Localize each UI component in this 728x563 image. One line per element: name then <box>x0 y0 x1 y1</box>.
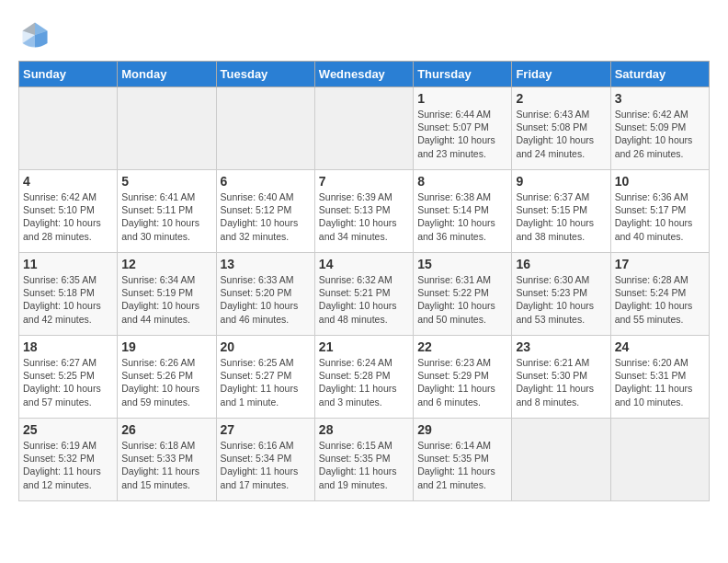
calendar-cell <box>19 87 118 170</box>
calendar-week-row: 25Sunrise: 6:19 AM Sunset: 5:32 PM Dayli… <box>19 419 710 501</box>
page-header <box>18 18 710 52</box>
calendar-day-header: Sunday <box>19 62 118 87</box>
day-number: 10 <box>615 174 705 189</box>
calendar-cell: 10Sunrise: 6:36 AM Sunset: 5:17 PM Dayli… <box>610 170 709 253</box>
logo <box>18 18 55 52</box>
day-info: Sunrise: 6:37 AM Sunset: 5:15 PM Dayligh… <box>516 190 606 243</box>
day-number: 28 <box>319 422 409 437</box>
day-number: 27 <box>221 422 311 437</box>
calendar-cell: 28Sunrise: 6:15 AM Sunset: 5:35 PM Dayli… <box>314 419 413 501</box>
calendar-cell: 11Sunrise: 6:35 AM Sunset: 5:18 PM Dayli… <box>19 253 118 336</box>
day-info: Sunrise: 6:30 AM Sunset: 5:23 PM Dayligh… <box>516 273 606 326</box>
day-info: Sunrise: 6:31 AM Sunset: 5:22 PM Dayligh… <box>417 273 507 326</box>
calendar-cell: 23Sunrise: 6:21 AM Sunset: 5:30 PM Dayli… <box>512 336 610 419</box>
calendar-cell <box>216 87 314 170</box>
day-info: Sunrise: 6:28 AM Sunset: 5:24 PM Dayligh… <box>615 273 705 326</box>
day-info: Sunrise: 6:27 AM Sunset: 5:25 PM Dayligh… <box>23 356 113 408</box>
day-number: 26 <box>121 422 211 437</box>
day-number: 25 <box>23 422 113 437</box>
day-info: Sunrise: 6:40 AM Sunset: 5:12 PM Dayligh… <box>221 190 311 243</box>
calendar-day-header: Wednesday <box>314 62 413 87</box>
day-number: 7 <box>319 174 409 189</box>
day-number: 12 <box>121 257 211 271</box>
day-number: 18 <box>23 339 113 354</box>
day-info: Sunrise: 6:20 AM Sunset: 5:31 PM Dayligh… <box>615 356 705 408</box>
day-info: Sunrise: 6:21 AM Sunset: 5:30 PM Dayligh… <box>516 356 606 408</box>
calendar-week-row: 4Sunrise: 6:42 AM Sunset: 5:10 PM Daylig… <box>19 170 710 253</box>
calendar-cell: 7Sunrise: 6:39 AM Sunset: 5:13 PM Daylig… <box>314 170 413 253</box>
day-number: 1 <box>417 91 507 106</box>
day-number: 3 <box>615 91 705 106</box>
calendar-cell: 17Sunrise: 6:28 AM Sunset: 5:24 PM Dayli… <box>610 253 709 336</box>
calendar-cell: 9Sunrise: 6:37 AM Sunset: 5:15 PM Daylig… <box>512 170 610 253</box>
calendar-day-header: Tuesday <box>216 62 314 87</box>
day-info: Sunrise: 6:34 AM Sunset: 5:19 PM Dayligh… <box>121 273 211 326</box>
calendar-day-header: Saturday <box>610 62 709 87</box>
calendar-cell: 20Sunrise: 6:25 AM Sunset: 5:27 PM Dayli… <box>216 336 314 419</box>
calendar-table: SundayMondayTuesdayWednesdayThursdayFrid… <box>18 61 710 501</box>
day-info: Sunrise: 6:43 AM Sunset: 5:08 PM Dayligh… <box>516 108 606 160</box>
calendar-cell: 19Sunrise: 6:26 AM Sunset: 5:26 PM Dayli… <box>118 336 216 419</box>
calendar-cell: 25Sunrise: 6:19 AM Sunset: 5:32 PM Dayli… <box>19 419 118 501</box>
day-info: Sunrise: 6:44 AM Sunset: 5:07 PM Dayligh… <box>417 108 507 160</box>
day-info: Sunrise: 6:14 AM Sunset: 5:35 PM Dayligh… <box>417 439 507 491</box>
day-info: Sunrise: 6:26 AM Sunset: 5:26 PM Dayligh… <box>121 356 211 408</box>
calendar-week-row: 1Sunrise: 6:44 AM Sunset: 5:07 PM Daylig… <box>19 87 710 170</box>
day-number: 29 <box>417 422 507 437</box>
day-number: 22 <box>417 339 507 354</box>
day-number: 20 <box>221 339 311 354</box>
calendar-cell: 13Sunrise: 6:33 AM Sunset: 5:20 PM Dayli… <box>216 253 314 336</box>
calendar-week-row: 11Sunrise: 6:35 AM Sunset: 5:18 PM Dayli… <box>19 253 710 336</box>
day-info: Sunrise: 6:24 AM Sunset: 5:28 PM Dayligh… <box>319 356 409 408</box>
calendar-cell: 16Sunrise: 6:30 AM Sunset: 5:23 PM Dayli… <box>512 253 610 336</box>
calendar-day-header: Friday <box>512 62 610 87</box>
day-info: Sunrise: 6:16 AM Sunset: 5:34 PM Dayligh… <box>221 439 311 491</box>
calendar-cell: 27Sunrise: 6:16 AM Sunset: 5:34 PM Dayli… <box>216 419 314 501</box>
calendar-cell: 2Sunrise: 6:43 AM Sunset: 5:08 PM Daylig… <box>512 87 610 170</box>
day-number: 9 <box>516 174 606 189</box>
calendar-header-row: SundayMondayTuesdayWednesdayThursdayFrid… <box>19 62 710 87</box>
calendar-cell: 5Sunrise: 6:41 AM Sunset: 5:11 PM Daylig… <box>118 170 216 253</box>
day-info: Sunrise: 6:38 AM Sunset: 5:14 PM Dayligh… <box>417 190 507 243</box>
day-number: 24 <box>615 339 705 354</box>
day-number: 4 <box>23 174 113 189</box>
day-info: Sunrise: 6:42 AM Sunset: 5:10 PM Dayligh… <box>23 190 113 243</box>
calendar-cell: 18Sunrise: 6:27 AM Sunset: 5:25 PM Dayli… <box>19 336 118 419</box>
day-number: 14 <box>319 257 409 271</box>
day-info: Sunrise: 6:36 AM Sunset: 5:17 PM Dayligh… <box>615 190 705 243</box>
day-number: 19 <box>121 339 211 354</box>
calendar-cell: 14Sunrise: 6:32 AM Sunset: 5:21 PM Dayli… <box>314 253 413 336</box>
day-info: Sunrise: 6:41 AM Sunset: 5:11 PM Dayligh… <box>121 190 211 243</box>
day-info: Sunrise: 6:15 AM Sunset: 5:35 PM Dayligh… <box>319 439 409 491</box>
calendar-cell <box>314 87 413 170</box>
day-number: 8 <box>417 174 507 189</box>
calendar-cell: 22Sunrise: 6:23 AM Sunset: 5:29 PM Dayli… <box>414 336 512 419</box>
day-info: Sunrise: 6:35 AM Sunset: 5:18 PM Dayligh… <box>23 273 113 326</box>
day-number: 15 <box>417 257 507 271</box>
calendar-cell: 24Sunrise: 6:20 AM Sunset: 5:31 PM Dayli… <box>610 336 709 419</box>
calendar-cell <box>512 419 610 501</box>
calendar-cell: 3Sunrise: 6:42 AM Sunset: 5:09 PM Daylig… <box>610 87 709 170</box>
calendar-cell: 12Sunrise: 6:34 AM Sunset: 5:19 PM Dayli… <box>118 253 216 336</box>
calendar-week-row: 18Sunrise: 6:27 AM Sunset: 5:25 PM Dayli… <box>19 336 710 419</box>
day-number: 23 <box>516 339 606 354</box>
calendar-cell: 8Sunrise: 6:38 AM Sunset: 5:14 PM Daylig… <box>414 170 512 253</box>
day-info: Sunrise: 6:19 AM Sunset: 5:32 PM Dayligh… <box>23 439 113 491</box>
day-number: 5 <box>121 174 211 189</box>
calendar-cell: 1Sunrise: 6:44 AM Sunset: 5:07 PM Daylig… <box>414 87 512 170</box>
day-number: 6 <box>221 174 311 189</box>
day-info: Sunrise: 6:33 AM Sunset: 5:20 PM Dayligh… <box>221 273 311 326</box>
day-number: 11 <box>23 257 113 271</box>
calendar-cell: 21Sunrise: 6:24 AM Sunset: 5:28 PM Dayli… <box>314 336 413 419</box>
calendar-cell: 26Sunrise: 6:18 AM Sunset: 5:33 PM Dayli… <box>118 419 216 501</box>
day-info: Sunrise: 6:32 AM Sunset: 5:21 PM Dayligh… <box>319 273 409 326</box>
calendar-cell: 4Sunrise: 6:42 AM Sunset: 5:10 PM Daylig… <box>19 170 118 253</box>
day-info: Sunrise: 6:42 AM Sunset: 5:09 PM Dayligh… <box>615 108 705 160</box>
day-info: Sunrise: 6:25 AM Sunset: 5:27 PM Dayligh… <box>221 356 311 408</box>
day-number: 21 <box>319 339 409 354</box>
day-info: Sunrise: 6:39 AM Sunset: 5:13 PM Dayligh… <box>319 190 409 243</box>
calendar-cell: 29Sunrise: 6:14 AM Sunset: 5:35 PM Dayli… <box>414 419 512 501</box>
logo-icon <box>18 18 51 52</box>
day-number: 17 <box>615 257 705 271</box>
calendar-day-header: Monday <box>118 62 216 87</box>
